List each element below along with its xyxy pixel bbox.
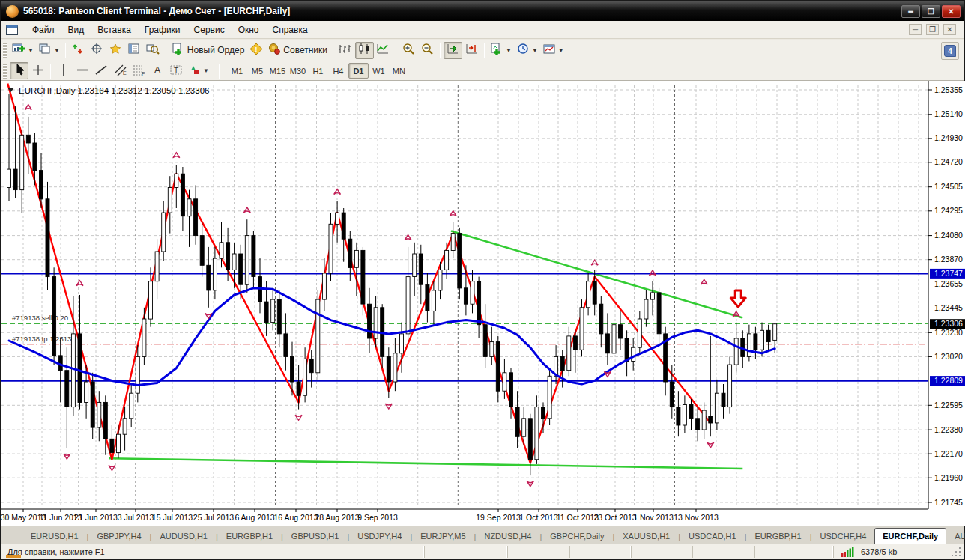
menu-item-окно[interactable]: Окно [232, 22, 266, 37]
new-chart-button[interactable]: ▼ [10, 42, 36, 59]
chart-tab-gbpusd-h1[interactable]: GBPUSD,H1 [283, 528, 348, 544]
period-button-d1[interactable]: D1 [348, 63, 369, 79]
bar-chart-button[interactable] [336, 42, 355, 59]
candle [509, 373, 513, 407]
title-bar[interactable]: 565018: Panteon Client Terminal - Демо С… [1, 1, 964, 21]
market-watch-button[interactable] [69, 42, 88, 59]
dropdown-arrow-icon[interactable]: ▼ [28, 47, 34, 54]
toolbar-grip[interactable] [3, 43, 7, 58]
chart-tab-eurchf-daily[interactable]: EURCHF,Daily [874, 528, 946, 544]
price-tick: 1.22380 [934, 425, 963, 434]
crosshair-button[interactable] [28, 62, 47, 79]
chart-tab-eurgbp-h1[interactable]: EURGBP,H1 [747, 528, 810, 544]
zoomin-icon [402, 43, 415, 58]
candlestick-button[interactable] [355, 42, 374, 59]
candle [683, 405, 686, 426]
candle [651, 293, 655, 299]
candle [200, 236, 204, 266]
period-button-mn[interactable]: MN [389, 63, 409, 79]
close-button[interactable]: ✕ [942, 5, 961, 18]
favorites-button[interactable] [106, 42, 125, 59]
new-order-button[interactable]: Новый Ордер [169, 42, 246, 59]
candle [625, 338, 629, 362]
candle [374, 308, 378, 338]
menu-item-вставка[interactable]: Вставка [91, 22, 138, 37]
dropdown-arrow-icon[interactable]: ▼ [506, 47, 512, 54]
chart-tab-eurusd-h1[interactable]: EURUSD,H1 [22, 528, 87, 544]
chart-tab-audnzd-daily[interactable]: AUDNZD,Daily [946, 528, 965, 544]
data-window-button[interactable] [125, 42, 144, 59]
period-button-m30[interactable]: M30 [288, 63, 308, 79]
candle [71, 334, 75, 407]
chart-canvas[interactable]: #719138 sell 0.20#719138 tp 1.231301.253… [1, 81, 965, 526]
dropdown-arrow-icon[interactable]: ▼ [558, 47, 564, 54]
hline-button[interactable] [73, 62, 91, 79]
candle [252, 236, 255, 277]
chart-tab-audusd-h1[interactable]: AUDUSD,H1 [151, 528, 216, 544]
chart-tab-xauusd-h1[interactable]: XAUUSD,H1 [614, 528, 678, 544]
dropdown-arrow-icon[interactable]: ▼ [203, 67, 209, 74]
period-button-w1[interactable]: W1 [369, 63, 389, 79]
fibonacci-button[interactable]: F [129, 62, 148, 79]
menu-item-файл[interactable]: Файл [25, 22, 61, 37]
periods-button[interactable]: ▼ [514, 42, 540, 59]
advisors-button[interactable]: Советники [265, 42, 330, 59]
dropdown-arrow-icon[interactable]: ▼ [532, 47, 538, 54]
candle [438, 270, 442, 290]
templates-button[interactable]: ▼ [540, 42, 566, 59]
chart-tab-nzdusd-h4[interactable]: NZDUSD,H4 [476, 528, 539, 544]
notification-button[interactable]: 4 [941, 42, 959, 60]
chart-tab-usdchf-h4[interactable]: USDCHF,H4 [812, 528, 875, 544]
alerts-button[interactable]: ! [246, 42, 265, 59]
channel-button[interactable]: E [110, 62, 129, 79]
menu-item-вид[interactable]: Вид [61, 22, 91, 37]
period-button-m1[interactable]: M1 [227, 63, 247, 79]
dropdown-arrow-icon[interactable]: ▼ [54, 47, 60, 54]
menu-item-сервис[interactable]: Сервис [187, 22, 232, 37]
minimize-button[interactable]: ━ [901, 5, 920, 18]
period-button-h4[interactable]: H4 [328, 63, 348, 79]
candle [426, 284, 429, 311]
chart-tab-eurjpy-m5[interactable]: EURJPY,M5 [412, 528, 474, 544]
resize-grip[interactable] [952, 546, 962, 556]
textA-icon: A [151, 64, 164, 79]
chart-tab-eurgbp-h1[interactable]: EURGBP,H1 [218, 528, 281, 544]
cursor-button[interactable] [10, 62, 28, 79]
chart-tab-gbpchf-daily[interactable]: GBPCHF,Daily [542, 528, 612, 544]
profiles-button[interactable]: ▼ [36, 42, 62, 59]
candle [638, 319, 641, 347]
period-button-m15[interactable]: M15 [267, 63, 288, 79]
trendline-button[interactable] [91, 62, 110, 79]
chart-shift-button[interactable] [462, 42, 481, 59]
toolbar-grip[interactable] [3, 64, 7, 79]
price-tick: 1.24930 [934, 133, 963, 142]
navigator-button[interactable] [88, 42, 106, 59]
chart-tab-usdjpy-h4[interactable]: USDJPY,H4 [349, 528, 410, 544]
chart-tab-gbpjpy-h4[interactable]: GBPJPY,H4 [88, 528, 149, 544]
candle [354, 250, 358, 267]
maximize-button[interactable]: ❐ [922, 5, 940, 18]
zoom-in-button[interactable] [399, 42, 418, 59]
strategy-tester-button[interactable] [144, 42, 163, 59]
label-button[interactable]: T [166, 62, 185, 79]
star-icon [109, 43, 122, 58]
zoom-out-button[interactable] [418, 42, 437, 59]
candle [13, 169, 17, 190]
candle [766, 330, 770, 341]
shapes-button[interactable]: ▼ [185, 62, 211, 79]
mdi-restore-button[interactable]: ❐ [926, 24, 939, 35]
period-button-m5[interactable]: M5 [247, 63, 267, 79]
candle [619, 325, 623, 338]
auto-scroll-button[interactable] [444, 42, 462, 59]
mdi-minimize-button[interactable]: ─ [909, 24, 922, 35]
chart-tab-usdcad-h1[interactable]: USDCAD,H1 [680, 528, 745, 544]
menu-item-графики[interactable]: Графики [138, 22, 187, 37]
indicators-button[interactable]: ▼ [488, 42, 514, 59]
period-button-h1[interactable]: H1 [308, 63, 328, 79]
line-chart-button[interactable] [374, 42, 393, 59]
candle [297, 382, 300, 395]
vline-button[interactable] [54, 62, 73, 79]
text-button[interactable]: A [148, 62, 166, 79]
mdi-close-button[interactable]: ✕ [943, 24, 956, 35]
menu-item-справка[interactable]: Справка [266, 22, 315, 37]
